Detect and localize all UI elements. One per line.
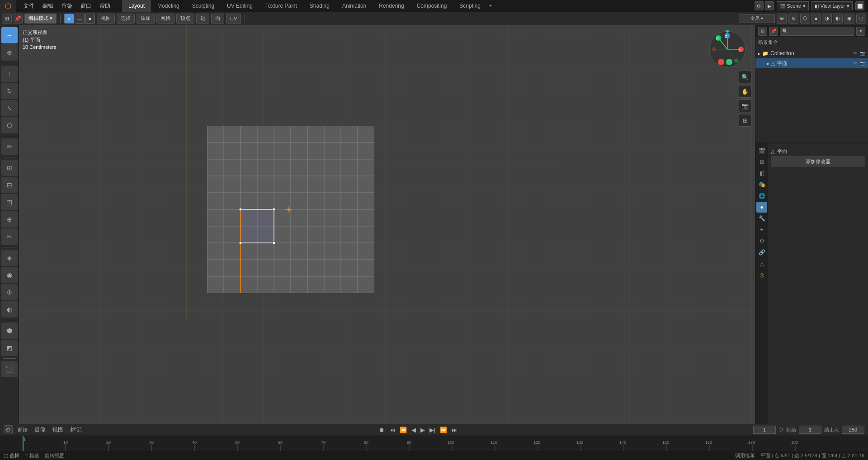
rotate-tool-btn[interactable]: ↻ [1,83,18,99]
extrude-tool-btn[interactable]: ⊞ [1,160,18,176]
props-physics-btn[interactable]: ⚙ [756,236,767,247]
randomize-tool-btn[interactable]: ◐ [1,301,18,318]
primitive-tool-btn[interactable]: ⬛ [1,361,18,377]
face-mode-btn[interactable]: ■ [85,14,95,24]
prev-keyframe-btn[interactable]: ◀ [410,427,417,433]
props-material-btn[interactable]: ◎ [756,270,767,280]
menu-render[interactable]: 渲染 [58,1,76,11]
props-modifier-btn[interactable]: 🔧 [756,213,767,224]
outliner-pin-btn[interactable]: 📌 [769,27,778,36]
uv-btn[interactable]: UV [226,14,241,24]
add-workspace-btn[interactable]: + [489,3,492,9]
tab-scripting[interactable]: Scripting [453,0,487,12]
select-btn[interactable]: 选择 [117,14,135,24]
zoom-in-btn[interactable]: 🔍 [739,71,751,83]
scale-tool-btn[interactable]: ⤡ [1,100,18,116]
cursor-tool-btn[interactable]: ⊕ [1,44,18,61]
edge-btn[interactable]: 边 [196,14,209,24]
tab-layout[interactable]: Layout [122,0,151,12]
props-world-btn[interactable]: 🌐 [756,190,767,201]
tab-shading[interactable]: Shading [303,0,336,12]
menu-edit[interactable]: 编辑 [39,1,57,11]
face-btn[interactable]: 面 [211,14,224,24]
tab-modeling[interactable]: Modeling [151,0,186,12]
timeline-menu-view[interactable]: 起始 [16,427,29,433]
smooth-tool-btn[interactable]: ⊛ [1,284,18,300]
timeline-ruler[interactable]: 1 10 20 30 40 50 60 70 80 90 1 [0,436,868,451]
props-data-btn[interactable]: △ [756,258,767,269]
inset-tool-btn[interactable]: ⊟ [1,177,18,193]
shrink-fatten-btn[interactable]: ◩ [1,340,18,356]
loop-cut-tool-btn[interactable]: ⊕ [1,211,18,228]
props-render-btn[interactable]: 🎬 [756,145,767,156]
camera-btn[interactable]: 📷 [739,100,751,112]
proportional-selector[interactable]: 全局 ▾ [739,14,775,23]
grid-btn[interactable]: ⊞ [739,114,751,127]
move-tool-btn[interactable]: ↑ [1,66,18,82]
timeline-menu-header4[interactable]: 标记 [69,426,83,434]
mesh-btn[interactable]: 网格 [156,14,175,24]
outliner-plane-item[interactable]: ▸ △ 平面 👁 📷 [755,58,868,68]
wireframe-btn[interactable]: ⬡ [800,14,810,24]
shear-tool-btn[interactable]: ⬢ [1,322,18,339]
tab-sculpting[interactable]: Sculpting [186,0,221,12]
current-frame-input[interactable]: 1 [753,426,776,434]
render-icon[interactable]: 📷 [859,50,865,57]
visibility-icon[interactable]: 👁 [852,50,858,57]
vertex-mode-btn[interactable]: ● [64,14,74,24]
material-btn[interactable]: ◑ [822,14,832,24]
next-frame-btn[interactable]: ⏩ [439,427,448,433]
next-keyframe-btn[interactable]: ▶| [428,427,437,433]
add-btn[interactable]: 添加 [137,14,155,24]
snap-btn[interactable]: ⊕ [777,14,787,24]
render-engine-icon[interactable]: ▶ [765,1,774,10]
bevel-tool-btn[interactable]: ◰ [1,194,18,210]
knife-tool-btn[interactable]: ✂ [1,228,18,245]
props-particles-btn[interactable]: ✦ [756,224,767,235]
tab-animation[interactable]: Animation [336,0,373,12]
proportional-edit-btn[interactable]: ⊙ [788,14,798,24]
outliner-filter-btn[interactable]: ▼ [856,27,865,36]
transform-tool-btn[interactable]: ⬡ [1,117,18,133]
timeline-menu-header3[interactable]: 视图 [51,426,65,434]
rendered-btn[interactable]: ◐ [833,14,843,24]
props-object-btn[interactable]: ● [756,202,767,213]
record-btn[interactable]: ⏺ [377,427,386,433]
xray-btn[interactable]: ◌ [856,14,866,24]
pin-btn[interactable]: 📌 [13,14,23,24]
outliner-collection-item[interactable]: ▸ 📁 Collection 👁 📷 [755,48,868,58]
plane-render-icon[interactable]: 📷 [859,60,865,66]
jump-end-btn[interactable]: ⏭ [450,427,459,433]
add-modifier-btn[interactable]: 添加修改器 [771,156,865,166]
props-viewlayer-btn[interactable]: ◧ [756,168,767,179]
plane-visibility-icon[interactable]: 👁 [852,60,858,66]
menu-file[interactable]: 文件 [20,1,38,11]
outliner-search[interactable] [780,27,854,36]
editor-type-btn[interactable]: ⊞ [2,14,12,24]
annotate-tool-btn[interactable]: ✏ [1,138,18,155]
edge-mode-btn[interactable]: — [75,14,85,24]
menu-help[interactable]: 帮助 [96,1,114,11]
spin-tool-btn[interactable]: ◉ [1,267,18,283]
solid-btn[interactable]: ● [811,14,821,24]
poly-build-tool-btn[interactable]: ◈ [1,250,18,266]
props-output-btn[interactable]: 🖥 [756,156,767,167]
tab-texture-paint[interactable]: Texture Paint [259,0,303,12]
end-frame-input[interactable] [842,426,864,434]
vertex-btn[interactable]: 顶点 [176,14,194,24]
tab-uv-editing[interactable]: UV Editing [221,0,259,12]
jump-start-btn[interactable]: ⏮ [388,427,396,433]
engine-icon[interactable]: ⚙ [755,1,764,10]
tab-compositing[interactable]: Compositing [410,0,453,12]
outliner-type-btn[interactable]: ⊞ [758,27,767,36]
props-scene-btn[interactable]: 🎭 [756,179,767,190]
play-btn[interactable]: ▶ [419,427,426,433]
props-constraints-btn[interactable]: 🔗 [756,247,767,258]
menu-window[interactable]: 窗口 [77,1,95,11]
view-layer-selector[interactable]: ◧ View Layer ▾ [811,1,853,10]
fullscreen-btn[interactable]: ⬜ [855,1,864,10]
select-tool-btn[interactable]: ↔ [1,27,18,43]
3d-viewport[interactable]: 正交项视图 (1) 平面 10 Centimeters [19,25,755,433]
timeline-menu-markers[interactable]: 摄像 [33,426,47,434]
prev-frame-btn[interactable]: ⏪ [398,427,408,433]
